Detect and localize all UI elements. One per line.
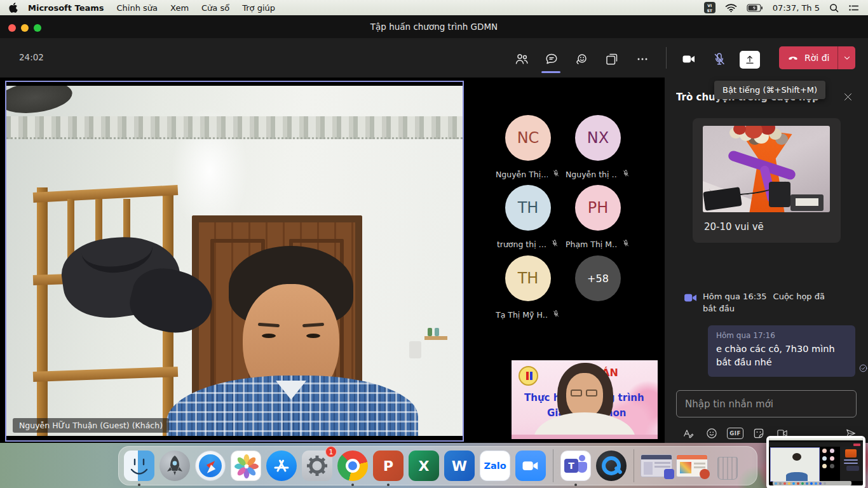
chat-message-input[interactable]: [676, 390, 857, 417]
bottle: [435, 328, 439, 336]
avatar: TH: [505, 185, 551, 231]
menu-item-help[interactable]: Trợ giúp: [242, 3, 275, 13]
chat-active-indicator: [541, 71, 560, 73]
gif-icon[interactable]: GIF: [728, 426, 742, 440]
participant-overflow-tile[interactable]: +58: [563, 255, 633, 301]
chat-close-button[interactable]: [843, 92, 854, 103]
launchpad-icon: [159, 451, 190, 481]
camera-button[interactable]: [678, 51, 700, 67]
dock-teams[interactable]: T: [559, 449, 592, 482]
dock-powerpoint[interactable]: P: [372, 449, 405, 482]
secondary-video[interactable]: ÁN Thực h ương trình Giá m non: [508, 356, 661, 443]
dock-trash[interactable]: [711, 449, 744, 482]
dock-app-store[interactable]: [265, 449, 298, 482]
menu-clock[interactable]: 07:37, Th 5: [773, 3, 820, 13]
overflow-count-avatar: +58: [575, 255, 621, 301]
menu-item-window[interactable]: Cửa sổ: [201, 3, 229, 13]
toolbar-divider: [666, 47, 667, 69]
powerpoint-icon: P: [373, 451, 403, 481]
teams-icon: T: [560, 451, 591, 481]
participant-tile[interactable]: PH Phạm Thị M…: [563, 185, 633, 250]
participant-tile[interactable]: NC Nguyễn Thị…: [493, 115, 563, 180]
participant-name: Nguyễn thị …: [566, 170, 618, 179]
photos-icon: [231, 451, 261, 481]
bottle: [428, 328, 432, 336]
menu-item-edit[interactable]: Chỉnh sửa: [117, 3, 158, 13]
menu-app-name[interactable]: Microsoft Teams: [28, 3, 104, 13]
control-center-icon[interactable]: [848, 4, 859, 12]
mic-muted-icon: [621, 239, 630, 250]
share-screen-button[interactable]: [740, 51, 760, 69]
bouquet-photo[interactable]: [703, 126, 830, 212]
wall-shelf: [424, 336, 447, 340]
letterbox: [6, 82, 463, 86]
chat-button[interactable]: [541, 51, 562, 67]
chrome-icon: [337, 451, 368, 481]
message-text: e chào các cô, 7h30 mình bắt đầu nhé: [716, 342, 847, 369]
dock-launchpad[interactable]: [158, 449, 191, 482]
participant-tile[interactable]: TH Tạ Thị Mỹ H…: [493, 255, 563, 320]
avatar: PH: [575, 185, 621, 231]
microphone-muted-button[interactable]: [709, 51, 730, 67]
breakout-rooms-button[interactable]: [601, 51, 623, 67]
main-speaker-video[interactable]: Nguyễn HỮu Thuận (Guest) (Khách): [5, 81, 464, 442]
dock-finder[interactable]: [123, 449, 156, 482]
avatar: TH: [505, 255, 551, 301]
dock-zoom[interactable]: [514, 449, 547, 482]
presenter-face: [566, 373, 603, 417]
participant-name: Nguyễn Thị…: [496, 170, 548, 179]
more-options-button[interactable]: [632, 51, 653, 67]
dock-photos[interactable]: [229, 449, 262, 482]
word-icon: W: [444, 451, 475, 481]
chat-photo-message[interactable]: 20-10 vui vẽ: [693, 118, 841, 243]
dock-excel[interactable]: X: [407, 449, 440, 482]
speaker-name-label: Nguyễn HỮu Thuận (Guest) (Khách): [13, 418, 169, 433]
dock-word[interactable]: W: [443, 449, 476, 482]
dock-quicktime[interactable]: [595, 449, 628, 482]
dock-settings[interactable]: 1: [301, 449, 334, 482]
leave-options-chevron[interactable]: [837, 46, 855, 69]
finder-icon: [124, 451, 154, 481]
wifi-icon[interactable]: [725, 3, 737, 13]
unmute-tooltip: Bật tiếng (⌘+Shift+M): [714, 81, 825, 99]
participant-tile[interactable]: NX Nguyễn thị …: [563, 115, 633, 180]
photo-caption: 20-10 vui vẽ: [704, 221, 764, 233]
excel-icon: X: [409, 451, 439, 481]
meeting-timer: 24:02: [19, 52, 44, 62]
message-seen-icon: [858, 363, 868, 376]
battery-icon[interactable]: [747, 4, 763, 12]
leave-label: Rời đi: [804, 53, 829, 63]
sticker-icon[interactable]: [752, 426, 766, 440]
chat-panel: Trò chuyện trong cuộc họp 20-10 vui vẽ: [665, 78, 868, 443]
spotlight-search-icon[interactable]: [829, 3, 839, 13]
format-icon[interactable]: [681, 426, 695, 440]
leave-button[interactable]: Rời đi: [779, 46, 855, 69]
event-camera-icon: [684, 292, 698, 308]
reactions-button[interactable]: [571, 51, 592, 67]
dock: 1 P X W Zalo: [118, 446, 757, 485]
app-store-icon: [266, 451, 297, 481]
window-title-bar: Tập huấn chương trình GDMN: [0, 15, 868, 38]
dock-minimized-teams-window[interactable]: [640, 449, 673, 482]
menu-item-view[interactable]: Xem: [170, 3, 189, 13]
mic-muted-icon: [550, 239, 559, 250]
mic-muted-icon: [621, 169, 630, 180]
dock-zalo[interactable]: Zalo: [478, 449, 512, 482]
desktop-wallpaper: 1 P X W Zalo: [0, 443, 868, 488]
own-message-bubble[interactable]: Hôm qua 17:16 e chào các cô, 7h30 mình b…: [708, 325, 855, 377]
trash-icon: [715, 451, 740, 481]
screen-share-preview[interactable]: [766, 436, 865, 488]
event-time: Hôm qua 16:35: [703, 292, 767, 301]
webcam-scene: [6, 82, 463, 440]
participant-name: trương thị …: [497, 240, 546, 249]
apple-menu-icon[interactable]: [9, 3, 18, 13]
dock-minimized-powerpoint-window[interactable]: [675, 449, 709, 482]
participant-tile[interactable]: TH trương thị …: [493, 185, 563, 250]
emoji-icon[interactable]: [705, 426, 719, 440]
quicktime-icon: [596, 451, 627, 481]
dock-safari[interactable]: [194, 449, 227, 482]
participants-button[interactable]: [511, 51, 532, 67]
mic-muted-icon: [552, 309, 560, 320]
input-method-icon[interactable]: VIST: [704, 2, 715, 13]
dock-chrome[interactable]: [336, 449, 369, 482]
